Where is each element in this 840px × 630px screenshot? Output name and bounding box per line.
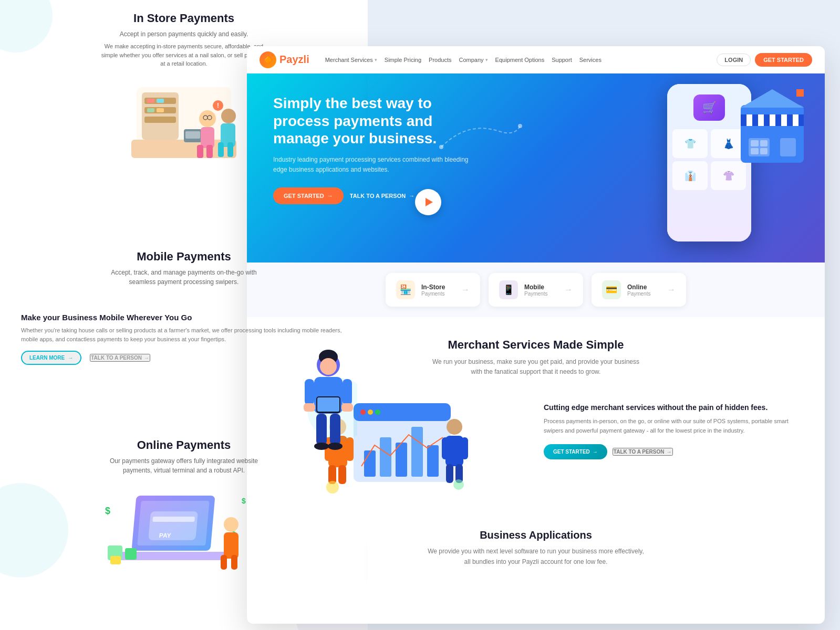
mobile-arrow-icon: → <box>564 285 573 295</box>
svg-rect-52 <box>231 555 237 570</box>
svg-rect-42 <box>148 511 198 540</box>
mobile-card-text: Mobile Payments <box>524 284 547 297</box>
svg-rect-64 <box>380 437 391 477</box>
nav-equipment[interactable]: Equipment Options <box>495 57 545 63</box>
svg-text:PAY: PAY <box>159 532 171 539</box>
svg-rect-54 <box>125 548 137 560</box>
phone-screen: 🛒 👕 👗 👔 👚 <box>667 84 751 242</box>
mobile-payments-card[interactable]: 📱 Mobile Payments → <box>489 273 583 307</box>
cart-icon: 🛒 <box>693 94 725 121</box>
svg-rect-35 <box>317 397 339 412</box>
hero-subtext: Industry leading payment processing serv… <box>273 155 483 175</box>
navbar-actions: LOGIN GET STARTED <box>717 53 812 67</box>
svg-point-61 <box>368 410 373 415</box>
mobile-payments-section: Mobile Payments Accept, track, and manag… <box>0 239 368 297</box>
hero-content: Simply the best way to process payments … <box>273 94 483 204</box>
chevron-down-icon-2: ▾ <box>485 57 488 62</box>
merchant-text-column: Cutting edge merchant services without t… <box>544 398 809 459</box>
brand-logo[interactable]: 🔶 Payzli <box>260 51 309 68</box>
online-title: Online Payments <box>21 438 347 452</box>
merchant-buttons: GET STARTED → TALK TO A PERSON → <box>544 444 809 459</box>
hero-get-started-button[interactable]: GET STARTED → <box>273 187 344 204</box>
arrow-right-icon-2: → <box>667 449 672 455</box>
mobile-icon: 📱 <box>499 280 518 299</box>
main-navigation: Merchant Services ▾ Simple Pricing Produ… <box>325 57 602 63</box>
feature-title: Cutting edge merchant services without t… <box>544 403 809 412</box>
svg-rect-76 <box>442 437 449 459</box>
product-item-3: 👔 <box>672 161 708 190</box>
product-grid: 👕 👗 👔 👚 <box>672 129 746 190</box>
phone-body: 🛒 👕 👗 👔 👚 <box>667 84 751 242</box>
online-subtitle: Our payments gateway offers fully integr… <box>100 456 268 475</box>
instore-icon: 🏪 <box>396 280 415 299</box>
nav-services[interactable]: Services <box>579 57 602 63</box>
svg-rect-33 <box>341 403 353 412</box>
svg-point-74 <box>447 419 462 435</box>
nav-support[interactable]: Support <box>552 57 572 63</box>
arrow-icon-2: → <box>409 193 414 199</box>
svg-rect-55 <box>110 556 121 564</box>
deco-circle-top-left <box>0 0 53 52</box>
hero-store-illustration <box>741 89 814 173</box>
instore-payments-card[interactable]: 🏪 In-Store Payments → <box>386 273 480 307</box>
nav-merchant-services[interactable]: Merchant Services ▾ <box>325 57 377 63</box>
arrow-icon: → <box>327 193 333 199</box>
merchant-description: We run your business, make sure you get … <box>431 357 641 377</box>
nav-simple-pricing[interactable]: Simple Pricing <box>385 57 421 63</box>
product-item-1: 👕 <box>672 129 708 158</box>
svg-rect-67 <box>427 445 439 477</box>
svg-rect-30 <box>305 379 314 405</box>
hero-talk-button[interactable]: TALK TO A PERSON → <box>350 193 414 199</box>
svg-rect-77 <box>461 437 468 459</box>
chevron-down-icon: ▾ <box>375 57 377 62</box>
svg-text:$: $ <box>105 506 110 516</box>
svg-rect-66 <box>411 427 423 477</box>
instore-card-text: In-Store Payments <box>421 284 445 297</box>
play-button[interactable] <box>415 189 441 215</box>
svg-point-60 <box>360 410 366 415</box>
learn-more-button[interactable]: LEARN MORE → <box>21 351 81 365</box>
nav-products[interactable]: Products <box>429 57 451 63</box>
mobile-biz-title: Make your Business Mobile Wherever You G… <box>21 313 347 322</box>
mobile-subtitle: Accept, track, and manage payments on-th… <box>100 268 268 287</box>
svg-rect-43 <box>152 517 195 522</box>
online-icon: 💳 <box>602 280 621 299</box>
brand-name: Payzli <box>279 54 309 66</box>
nav-company[interactable]: Company ▾ <box>459 57 488 63</box>
hero-buttons: GET STARTED → TALK TO A PERSON → <box>273 187 483 204</box>
merchant-get-started-button[interactable]: GET STARTED → <box>544 444 607 459</box>
get-started-button[interactable]: GET STARTED <box>755 53 812 67</box>
svg-rect-51 <box>221 555 227 570</box>
online-card-text: Online Payments <box>627 284 650 297</box>
svg-rect-32 <box>304 403 315 412</box>
feature-description: Process payments in-person, on the go, o… <box>544 417 809 435</box>
login-button[interactable]: LOGIN <box>717 54 751 66</box>
online-illustration: PAY $ $ $ <box>21 482 347 572</box>
svg-text:$: $ <box>242 497 246 505</box>
online-payments-card[interactable]: 💳 Online Payments → <box>592 273 686 307</box>
svg-rect-78 <box>446 464 453 483</box>
svg-point-62 <box>375 410 380 415</box>
online-payments-section: Online Payments Our payments gateway off… <box>0 428 368 587</box>
svg-point-49 <box>224 517 238 532</box>
online-arrow-icon: → <box>667 285 676 295</box>
hero-section: Simply the best way to process payments … <box>247 74 825 262</box>
instore-arrow-icon: → <box>461 285 470 295</box>
svg-point-81 <box>453 479 464 490</box>
mobile-title: Mobile Payments <box>21 250 347 264</box>
svg-point-28 <box>320 358 337 375</box>
biz-apps-description: We provide you with next level software … <box>426 547 646 566</box>
svg-rect-50 <box>224 532 238 559</box>
logo-icon: 🔶 <box>260 51 276 68</box>
navbar: 🔶 Payzli Merchant Services ▾ Simple Pric… <box>247 46 825 74</box>
panel-fade <box>247 592 825 624</box>
merchant-talk-button[interactable]: TALK TO A PERSON → <box>613 448 673 456</box>
arrow-right-icon: → <box>593 449 598 455</box>
hero-headline: Simply the best way to process payments … <box>273 94 483 148</box>
mobile-biz-desc: Whether you're taking house calls or sel… <box>21 326 347 344</box>
svg-point-57 <box>518 124 522 128</box>
store-notification-dot <box>796 89 804 97</box>
svg-rect-31 <box>343 379 352 405</box>
talk-person-button-left[interactable]: TALK TO A PERSON → <box>90 354 150 362</box>
